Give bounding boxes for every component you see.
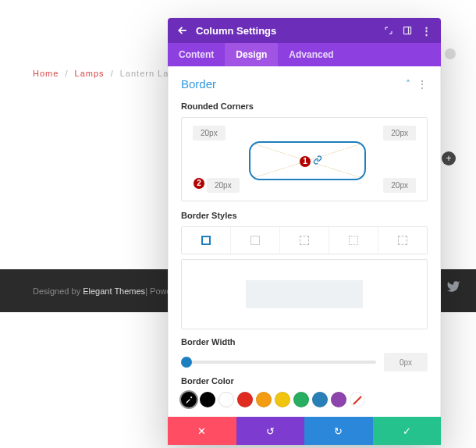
- breadcrumb-sep: /: [111, 69, 114, 78]
- collapse-icon[interactable]: [445, 48, 456, 59]
- border-width-label: Border Width: [181, 337, 428, 347]
- swatch-black[interactable]: [200, 392, 215, 407]
- breadcrumb-sep: /: [65, 69, 68, 78]
- eyedropper-button[interactable]: [181, 392, 197, 407]
- action-bar: ✕ ↺ ↻ ✓: [168, 417, 441, 445]
- border-width-input[interactable]: 0px: [384, 353, 428, 372]
- modal-body: Border ˄ ⋮ Rounded Corners 20px 20px 20p…: [168, 66, 441, 417]
- slider-thumb[interactable]: [181, 357, 192, 368]
- border-style-solid[interactable]: [182, 227, 231, 254]
- border-styles-row: [181, 226, 428, 254]
- breadcrumb: Home / Lamps / Lantern Lamp: [33, 69, 183, 78]
- twitter-icon[interactable]: [446, 279, 460, 293]
- confirm-button[interactable]: ✓: [373, 417, 442, 445]
- swatch-white[interactable]: [218, 392, 234, 407]
- border-style-dashed[interactable]: [280, 227, 329, 254]
- border-width-control: 0px: [181, 353, 428, 372]
- swatch-none[interactable]: [350, 392, 365, 407]
- footer-brand[interactable]: Elegant Themes: [83, 286, 145, 296]
- add-section-button[interactable]: +: [442, 151, 456, 165]
- border-color-label: Border Color: [181, 376, 428, 386]
- panel-icon[interactable]: [403, 26, 412, 35]
- section-header[interactable]: Border ˄ ⋮: [181, 74, 428, 98]
- rounded-corners-label: Rounded Corners: [181, 101, 428, 111]
- corner-tl-input[interactable]: 20px: [193, 126, 226, 140]
- tab-content[interactable]: Content: [168, 43, 225, 66]
- redo-button[interactable]: ↻: [304, 417, 373, 445]
- border-width-slider[interactable]: [181, 361, 376, 364]
- border-style-none[interactable]: [231, 227, 280, 254]
- expand-icon[interactable]: [384, 26, 393, 35]
- corner-br-input[interactable]: 20px: [383, 178, 416, 193]
- swatch-orange[interactable]: [256, 392, 272, 407]
- back-icon[interactable]: [177, 25, 188, 36]
- modal-header: Column Settings ⋮: [168, 18, 441, 43]
- tab-design[interactable]: Design: [225, 43, 278, 66]
- border-styles-label: Border Styles: [181, 211, 428, 220]
- breadcrumb-home[interactable]: Home: [33, 69, 59, 78]
- chevron-up-icon[interactable]: ˄: [406, 79, 410, 90]
- border-style-dotted[interactable]: [329, 227, 378, 254]
- footer-prefix: Designed by: [33, 286, 80, 296]
- color-swatches: [181, 392, 428, 414]
- cancel-button[interactable]: ✕: [168, 417, 236, 445]
- modal-title: Column Settings: [196, 25, 276, 37]
- border-style-double[interactable]: [378, 227, 427, 254]
- tabs: Content Design Advanced: [168, 43, 441, 66]
- swatch-blue[interactable]: [312, 392, 328, 407]
- callout-marker-2: 2: [193, 177, 205, 190]
- swatch-green[interactable]: [293, 392, 309, 407]
- corner-tr-input[interactable]: 20px: [383, 126, 416, 140]
- swatch-purple[interactable]: [331, 392, 346, 407]
- callout-marker-1: 1: [299, 155, 311, 168]
- section-more-icon[interactable]: ⋮: [417, 78, 428, 91]
- tab-advanced[interactable]: Advanced: [278, 43, 344, 66]
- border-style-preview: [181, 259, 428, 329]
- swatch-red[interactable]: [237, 392, 253, 407]
- settings-modal: Column Settings ⋮ Content Design Advance…: [168, 18, 441, 445]
- undo-button[interactable]: ↺: [236, 417, 305, 445]
- corner-bl-input[interactable]: 20px: [207, 178, 240, 193]
- breadcrumb-category[interactable]: Lamps: [75, 69, 105, 78]
- svg-rect-0: [404, 27, 411, 34]
- preview-rect: [246, 280, 363, 308]
- link-values-icon[interactable]: [313, 155, 322, 165]
- section-title: Border: [181, 77, 216, 91]
- more-icon[interactable]: ⋮: [421, 25, 432, 37]
- swatch-yellow[interactable]: [275, 392, 290, 407]
- rounded-corners-control: 20px 20px 20px 20px 1 2: [181, 117, 428, 201]
